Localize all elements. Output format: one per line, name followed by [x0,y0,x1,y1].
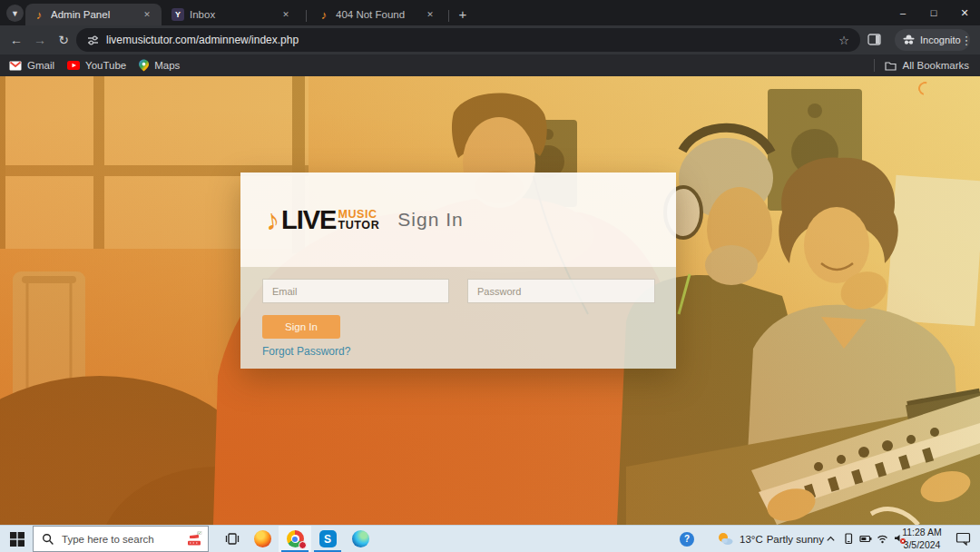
incognito-label: Incognito [920,34,961,45]
action-center-icon [956,532,971,546]
login-card-header: ♪ LIVE MUSIC TUTOR Sign In [240,172,676,267]
tab-close-icon[interactable]: ✕ [140,7,154,22]
windows-taskbar: Type here to search [0,525,980,552]
action-center-button[interactable] [947,526,978,552]
battery-icon[interactable] [858,532,872,546]
tab-title: Admin Panel [51,9,134,20]
back-button[interactable]: ← [7,31,25,49]
live-music-tutor-logo: ♪ LIVE MUSIC TUTOR [265,205,379,234]
logo-text-tutor: TUTOR [338,220,379,232]
taskbar-firefox[interactable] [246,526,279,552]
bookmark-maps[interactable]: Maps [139,59,180,72]
tab-close-icon[interactable]: ✕ [279,7,293,22]
taskbar-chrome[interactable] [279,526,311,552]
login-form: Sign In Forgot Password? [240,267,676,369]
email-field[interactable] [262,279,449,303]
tab-admin-panel[interactable]: ♪ Admin Panel ✕ [25,4,162,25]
start-button[interactable] [5,526,29,552]
partly-sunny-icon [715,532,734,546]
search-placeholder: Type here to search [62,534,185,545]
tab-title: Inbox [190,9,273,20]
taskbar-edge[interactable] [344,526,377,552]
tab-close-icon[interactable]: ✕ [423,7,437,22]
wifi-icon[interactable] [876,532,889,546]
forward-button[interactable]: → [31,31,49,49]
tab-search-button[interactable]: ▼ [6,5,24,22]
bookmark-label: Gmail [27,60,54,71]
logo-text-live: LIVE [281,207,336,233]
tab-inbox[interactable]: Y Inbox ✕ [164,4,300,25]
taskbar-skype[interactable]: S [311,526,344,552]
page-title: Sign In [397,209,463,231]
url-text[interactable]: livemusictutor.com/adminnew/index.php [106,34,838,46]
browser-titlebar: ▼ ♪ Admin Panel ✕ Y Inbox ✕ ♪ 404 Not Fo… [0,0,980,25]
search-icon [42,533,54,546]
folder-icon [885,61,897,71]
new-tab-button[interactable]: + [455,5,471,22]
webpage-content: ♪ LIVE MUSIC TUTOR Sign In Sign In Forgo… [0,76,980,525]
music-note-logo-icon: ♪ [263,204,281,235]
music-note-favicon: ♪ [33,8,45,21]
close-button[interactable]: ✕ [949,0,980,25]
chrome-notification-badge [299,541,307,549]
clock-date: 3/5/2024 [904,539,941,551]
bookmarks-separator [874,59,875,72]
youtube-icon [67,61,80,70]
maps-icon [139,59,149,72]
window-controls: – □ ✕ [887,0,980,25]
weather-temperature: 13°C [740,534,763,545]
firefox-icon [254,530,271,547]
minimize-button[interactable]: – [887,0,918,25]
tab-404-not-found[interactable]: ♪ 404 Not Found ✕ [310,4,445,25]
weather-condition: Partly sunny [767,534,824,545]
bookmark-youtube[interactable]: YouTube [67,60,126,71]
bookmark-label: Maps [154,60,180,71]
tab-separator [448,10,449,22]
system-tray [824,526,906,552]
windows-logo-icon [10,532,24,547]
tray-expand-chevron-icon[interactable] [824,532,838,546]
browser-toolbar: ← → ↻ livemusictutor.com/adminnew/index.… [0,25,980,54]
music-note-favicon: ♪ [318,8,330,21]
taskbar-help[interactable]: ? [673,526,701,552]
password-field[interactable] [467,279,655,303]
forgot-password-link[interactable]: Forgot Password? [262,345,350,358]
weather-widget[interactable]: 13°C Partly sunny [715,526,824,552]
search-highlight-cake-icon [185,531,203,547]
sign-in-button[interactable]: Sign In [262,315,340,339]
tab-separator [306,10,307,22]
help-icon: ? [680,532,694,547]
bookmark-label: YouTube [85,60,126,71]
edge-icon [352,530,369,547]
taskbar-search[interactable]: Type here to search [33,526,209,552]
site-settings-icon[interactable] [87,34,99,46]
phone-link-icon[interactable] [841,532,855,546]
chrome-icon [287,530,304,547]
task-view-button[interactable] [216,526,249,552]
incognito-spy-icon [902,34,916,45]
yahoo-mail-favicon: Y [172,8,184,21]
task-view-icon [225,533,240,545]
clock-time: 11:28 AM [902,527,942,538]
all-bookmarks-label[interactable]: All Bookmarks [903,60,970,71]
login-card: ♪ LIVE MUSIC TUTOR Sign In Sign In Forgo… [240,172,676,369]
gmail-icon [9,61,22,71]
screen: ▼ ♪ Admin Panel ✕ Y Inbox ✕ ♪ 404 Not Fo… [0,0,980,552]
browser-menu-icon[interactable]: ⋮ [958,31,975,49]
bookmarks-bar: Gmail YouTube Maps [0,54,980,76]
tab-title: 404 Not Found [336,9,417,20]
reload-button[interactable]: ↻ [54,31,73,49]
taskbar-clock[interactable]: 11:28 AM 3/5/2024 [898,526,946,552]
address-bar[interactable]: livemusictutor.com/adminnew/index.php ☆ [76,28,860,52]
side-panel-icon[interactable] [867,34,881,45]
skype-icon: S [319,530,337,547]
bookmark-star-icon[interactable]: ☆ [838,34,849,47]
maximize-button[interactable]: □ [918,0,949,25]
bookmark-gmail[interactable]: Gmail [9,60,54,71]
